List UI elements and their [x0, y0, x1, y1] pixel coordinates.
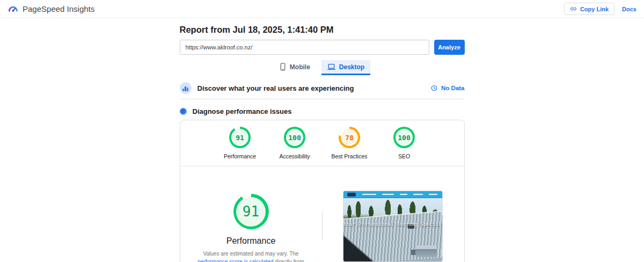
score-value: 100: [288, 134, 301, 142]
category-label: Performance: [224, 153, 256, 159]
site-menu: [361, 194, 438, 195]
score-value: 100: [398, 134, 410, 142]
diagnose-title: Diagnose performance issues: [193, 107, 292, 115]
category-score-accessibility[interactable]: 100Accessibility: [274, 127, 315, 159]
clock-icon: [431, 85, 437, 91]
copy-link-label: Copy Link: [580, 6, 609, 12]
score-calculation-link[interactable]: performance score is calculated: [197, 259, 273, 262]
category-score-seo[interactable]: 100SEO: [384, 127, 425, 159]
url-input[interactable]: [180, 40, 429, 55]
category-label: Best Practices: [331, 153, 367, 159]
final-screenshot-thumbnail: Your Professional Roofing Specialist: [343, 191, 443, 262]
mobile-phone-icon: [280, 63, 286, 71]
performance-score-value: 91: [243, 203, 259, 220]
performance-gauge-label: Performance: [226, 236, 276, 246]
performance-summary-section: 91 Performance Values are estimated and …: [180, 166, 464, 262]
category-score-performance[interactable]: 91Performance: [219, 127, 260, 159]
top-bar: PageSpeed Insights Copy Link Docs: [0, 0, 644, 18]
site-logo: [347, 193, 356, 196]
app-title: PageSpeed Insights: [23, 4, 94, 13]
vertical-divider: [322, 211, 323, 240]
docs-link[interactable]: Docs: [622, 6, 636, 12]
pagespeed-logo-icon: [8, 4, 18, 14]
category-score-best-practices[interactable]: 78Best Practices: [329, 127, 370, 159]
field-data-title: Discover what your real users are experi…: [197, 84, 426, 92]
score-ring: 91: [229, 127, 251, 148]
category-scores-row: 91Performance100Accessibility78Best Prac…: [180, 120, 464, 159]
site-hero-text: Your Professional Roofing Specialist: [343, 222, 442, 227]
score-ring: 100: [393, 127, 415, 148]
tab-mobile[interactable]: Mobile: [274, 60, 316, 75]
device-tabs: Mobile Desktop: [180, 60, 465, 75]
score-ring: 78: [339, 127, 360, 148]
lighthouse-beacon-icon: [180, 108, 187, 115]
score-value: 91: [236, 134, 244, 142]
no-data-badge[interactable]: No Data: [431, 85, 464, 91]
site-photo-shadow: [343, 232, 377, 261]
score-ring: 100: [284, 127, 305, 148]
real-users-chart-icon: [180, 82, 192, 94]
category-label: Accessibility: [279, 153, 310, 159]
site-photo-duct: [415, 245, 437, 257]
tab-desktop-label: Desktop: [339, 63, 364, 71]
score-disclaimer: Values are estimated and may vary. The p…: [193, 250, 309, 262]
desktop-laptop-icon: [327, 63, 335, 70]
report-title: Report from Jul 18, 2025, 1:41:40 PM: [180, 25, 465, 35]
tab-desktop[interactable]: Desktop: [321, 60, 370, 75]
performance-gauge-fill: 91: [236, 197, 266, 227]
site-navbar: [343, 191, 442, 198]
no-data-label: No Data: [441, 85, 464, 91]
score-value: 78: [345, 134, 354, 142]
field-data-section[interactable]: Discover what your real users are experi…: [180, 82, 465, 94]
link-icon: [570, 5, 577, 12]
lighthouse-report-card: 91Performance100Accessibility78Best Prac…: [180, 120, 465, 262]
copy-link-button[interactable]: Copy Link: [564, 3, 614, 15]
analyze-button[interactable]: Analyze: [434, 40, 465, 55]
logo-link[interactable]: PageSpeed Insights: [8, 4, 94, 14]
performance-gauge[interactable]: 91: [233, 194, 269, 229]
section-divider: [180, 99, 465, 99]
diagnose-section-header: Diagnose performance issues: [180, 107, 465, 115]
tab-mobile-label: Mobile: [290, 63, 310, 71]
category-label: SEO: [398, 153, 410, 159]
